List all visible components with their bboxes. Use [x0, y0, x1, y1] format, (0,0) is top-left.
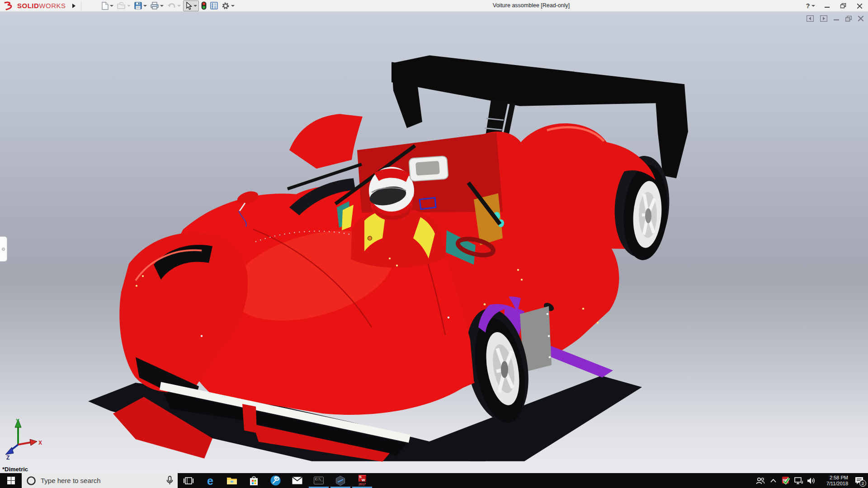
- triad-y-label: Y: [16, 418, 19, 424]
- save-button[interactable]: [133, 0, 148, 11]
- file-explorer-icon: [226, 476, 237, 485]
- select-button[interactable]: [183, 0, 199, 11]
- new-document-icon: [102, 2, 108, 10]
- open-icon: [117, 2, 126, 9]
- show-right-pane-button[interactable]: [820, 15, 827, 22]
- people-icon: [756, 477, 765, 484]
- close-button[interactable]: [854, 1, 865, 11]
- hidden-icons-button[interactable]: [767, 473, 779, 488]
- menu-flyout-arrow[interactable]: [72, 4, 75, 8]
- wrench-tool-icon: [270, 475, 281, 486]
- selection-point[interactable]: [368, 236, 372, 240]
- taskbar-app-solidworks[interactable]: SW 2017: [351, 473, 373, 488]
- mail-icon: [292, 477, 302, 484]
- undo-icon: [167, 2, 176, 9]
- view-orientation-label: *Dimetric: [2, 466, 28, 473]
- taskbar-app-command-prompt[interactable]: C:\_: [308, 473, 330, 488]
- show-left-pane-button[interactable]: [807, 15, 814, 22]
- doc-window-controls: [807, 15, 863, 22]
- document-title: Voiture assomblee [Read-only]: [493, 2, 570, 9]
- clock-time: 2:58 PM: [817, 475, 848, 481]
- solidworks-window: SOLIDWORKS: [0, 0, 868, 488]
- left-fender-hump[interactable]: [289, 114, 363, 169]
- rearview-mirror[interactable]: [409, 156, 448, 181]
- solidworks-logo[interactable]: SOLIDWORKS: [0, 0, 66, 11]
- people-button[interactable]: [754, 473, 767, 488]
- solidworks-logo-icon: [4, 1, 15, 10]
- start-button[interactable]: [0, 473, 22, 488]
- taskbar-app-store[interactable]: [243, 473, 264, 488]
- display-pane-button[interactable]: [209, 0, 219, 11]
- help-caret[interactable]: [811, 5, 815, 7]
- save-icon: [134, 2, 142, 9]
- taskbar-app-mail[interactable]: [286, 473, 308, 488]
- orientation-triad: Y X Z: [1, 417, 44, 460]
- car-model[interactable]: [0, 12, 868, 473]
- doc-close-button[interactable]: [858, 16, 863, 21]
- taskbar-app-settings-tool[interactable]: [264, 473, 286, 488]
- edge-icon: e: [207, 475, 213, 486]
- taskbar-app-task-view[interactable]: [178, 473, 199, 488]
- close-icon: [857, 4, 862, 9]
- rebuild-traffic-light-icon: [201, 1, 207, 10]
- task-view-icon: [184, 477, 193, 485]
- cortana-icon: [26, 476, 36, 486]
- taskbar-clock[interactable]: 2:58 PM 7/11/2018: [817, 475, 850, 487]
- solidworks-monitor-button[interactable]: SW: [779, 473, 792, 488]
- graphics-viewport[interactable]: Y X Z *Dimetric: [0, 12, 868, 473]
- solidworks-year-label: 2017: [359, 482, 366, 486]
- new-document-caret[interactable]: [110, 5, 113, 7]
- options-button[interactable]: [220, 0, 236, 11]
- open-button[interactable]: [116, 0, 132, 11]
- help-button[interactable]: ?: [805, 1, 816, 11]
- notification-badge: 2: [859, 480, 866, 487]
- feature-manager-tab[interactable]: [0, 236, 7, 262]
- feature-manager-tab-dot: [2, 248, 5, 251]
- restore-button[interactable]: [837, 1, 849, 11]
- triad-x-label: X: [38, 440, 42, 446]
- system-tray: SW: [754, 473, 868, 488]
- options-caret[interactable]: [231, 5, 235, 7]
- restore-icon: [840, 3, 846, 9]
- store-icon: [249, 476, 259, 486]
- undo-caret[interactable]: [177, 5, 181, 7]
- minimize-icon: [825, 4, 830, 9]
- taskbar-app-edrawings[interactable]: [330, 473, 351, 488]
- windows-logo-icon: [7, 477, 15, 484]
- doc-minimize-button[interactable]: [834, 16, 839, 21]
- command-prompt-icon: C:\_: [314, 477, 324, 484]
- select-cursor-icon: [185, 2, 192, 10]
- taskbar-app-edge[interactable]: e: [199, 473, 221, 488]
- network-button[interactable]: [792, 473, 805, 488]
- rebuild-button[interactable]: [200, 0, 208, 11]
- display-pane-icon: [210, 2, 218, 9]
- options-gear-icon: [222, 2, 230, 10]
- undo-button[interactable]: [166, 0, 182, 11]
- taskbar: e: [0, 473, 868, 488]
- chevron-up-icon: [770, 479, 776, 483]
- select-caret[interactable]: [193, 5, 197, 7]
- print-icon: [151, 2, 159, 9]
- taskbar-search[interactable]: [22, 473, 178, 488]
- clock-date: 7/11/2018: [817, 481, 848, 487]
- volume-button[interactable]: [805, 473, 817, 488]
- brand-text: SOLIDWORKS: [17, 2, 66, 9]
- new-document-button[interactable]: [100, 0, 115, 11]
- triad-z-label: Z: [6, 455, 9, 460]
- doc-restore-button[interactable]: [845, 16, 852, 22]
- print-caret[interactable]: [160, 5, 164, 7]
- titlebar: SOLIDWORKS: [0, 0, 868, 12]
- action-center-button[interactable]: 2: [850, 473, 868, 488]
- taskbar-app-file-explorer[interactable]: [221, 473, 243, 488]
- save-caret[interactable]: [143, 5, 147, 7]
- microphone-icon[interactable]: [166, 476, 173, 485]
- quick-access-toolbar: [100, 0, 236, 11]
- search-input[interactable]: [41, 477, 162, 484]
- open-caret[interactable]: [127, 5, 131, 7]
- minimize-button[interactable]: [821, 1, 833, 11]
- edrawings-icon: [335, 476, 345, 486]
- window-controls: ?: [805, 0, 865, 12]
- toolbar-separator: [81, 1, 81, 10]
- solidworks-2017-icon: SW 2017: [359, 475, 366, 486]
- print-button[interactable]: [149, 0, 165, 11]
